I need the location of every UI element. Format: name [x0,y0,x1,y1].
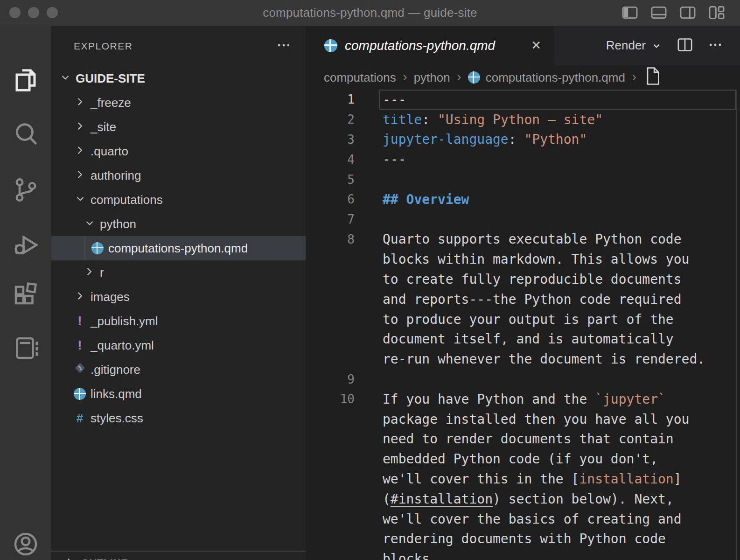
tree-item-label: computations [91,193,163,207]
code-line-text: (#installation) section below). Next, [355,491,740,507]
toggle-panel-icon[interactable] [649,3,668,22]
search-icon[interactable] [12,120,40,148]
tab-computations-python[interactable]: computations-python.qmd ✕ [306,26,554,65]
breadcrumb-item[interactable]: python [414,70,450,85]
code-line[interactable]: package installed then you have all you [306,409,740,429]
explorer-more-actions-icon[interactable] [276,37,292,55]
explorer-sidebar: EXPLORER GUIDE-SITE_freeze_site.quartoau… [51,26,306,560]
files-icon[interactable] [12,66,40,94]
outline-section-header[interactable]: OUTLINE [51,551,306,560]
toggle-secondary-sidebar-icon[interactable] [678,3,697,22]
code-line[interactable]: 3jupyter-language: "Python" [306,130,740,150]
code-line[interactable]: (#installation) section below). Next, [306,489,740,509]
code-line[interactable]: to create fully reproducible documents [306,269,740,289]
tree-item--quarto[interactable]: .quarto [51,139,306,163]
tree-item-label: images [91,290,130,304]
close-tab-icon[interactable]: ✕ [529,38,543,53]
quarto-file-icon [91,242,104,254]
source-control-icon[interactable] [12,176,40,204]
tree-item-r[interactable]: r [51,260,306,285]
code-line[interactable]: we'll cover the basics of creating and [306,509,740,529]
tree-item-label: authoring [91,168,141,183]
render-button[interactable]: Render [606,38,663,53]
tree-item--publish-yml[interactable]: !_publish.yml [51,309,306,333]
tree-item--freeze[interactable]: _freeze [51,91,306,115]
minimize-window-button[interactable] [28,7,39,18]
code-line[interactable]: blocks. [306,549,740,560]
chevron-right-icon [74,119,86,135]
tree-item-links-qmd[interactable]: links.qmd [51,382,306,406]
tree-item--site[interactable]: _site [51,115,306,139]
indent-guide [84,236,85,260]
customize-layout-icon[interactable] [707,3,726,22]
code-line[interactable]: blocks within markdown. This allows you [306,249,740,269]
code-line[interactable]: and reports---the Python code required [306,289,740,309]
line-number: 5 [306,173,355,187]
account-icon[interactable] [12,530,40,558]
chevron-right-icon [74,95,86,111]
traffic-lights [9,7,58,18]
tree-item-label: _freeze [91,96,131,110]
breadcrumb-label: computations [324,70,396,85]
tree-item--gitignore[interactable]: .gitignore [51,357,306,382]
toggle-primary-sidebar-icon[interactable] [621,3,639,22]
code-line[interactable]: to produce your output is part of the [306,309,740,329]
code-line[interactable]: re-run whenever the document is rendered… [306,349,740,369]
breadcrumb-label: computations-python.qmd [486,70,625,85]
code-line[interactable]: need to render documents that contain [306,429,740,449]
code-line-text: --- [355,152,740,167]
notebook-icon[interactable] [12,334,40,362]
css-file-icon: # [77,412,83,424]
breadcrumb-item[interactable] [643,66,652,90]
code-line-text: Quarto supports executable Python code [355,231,740,247]
yaml-file-icon: ! [77,315,82,328]
line-number: 1 [306,92,355,106]
code-line[interactable]: 10If you have Python and the `jupyter` [306,389,740,409]
code-line[interactable]: 8Quarto supports executable Python code [306,230,740,250]
debug-icon[interactable] [12,231,40,259]
code-line[interactable]: 5 [306,169,740,189]
code-line[interactable]: embedded Python code (if you don't, [306,449,740,469]
breadcrumb-item[interactable]: computations-python.qmd [468,70,625,85]
code-line[interactable]: we'll cover this in the [installation] [306,469,740,489]
code-line[interactable]: 4--- [306,149,740,169]
tree-item-label: .gitignore [91,363,140,377]
code-line[interactable]: 7 [306,210,740,230]
line-number: 7 [306,212,355,226]
breadcrumb-item[interactable]: computations [324,70,396,85]
line-number: 6 [306,192,355,206]
tree-item-computations[interactable]: computations [51,188,306,212]
yaml-file-icon: ! [77,339,82,352]
code-line[interactable]: 1--- [306,90,740,110]
code-line-text: and reports---the Python code required [355,292,740,307]
code-line-text: --- [355,92,740,107]
breadcrumb-separator-icon: › [632,70,636,85]
tree-item-computations-python-qmd[interactable]: computations-python.qmd [51,236,306,260]
extensions-icon[interactable] [12,281,40,309]
tree-item--quarto-yml[interactable]: !_quarto.yml [51,333,306,357]
tree-item-python[interactable]: python [51,212,306,236]
close-window-button[interactable] [9,7,21,18]
code-line-text: package installed then you have all you [355,412,740,427]
tree-item-styles-css[interactable]: #styles.css [51,406,306,430]
code-line[interactable]: 6## Overview [306,189,740,210]
editor-more-actions-icon[interactable] [707,37,723,55]
tree-item-images[interactable]: images [51,285,306,309]
code-line[interactable]: document itself, and is automatically [306,329,740,350]
scrollbar[interactable] [736,90,737,560]
tree-item-guide-site[interactable]: GUIDE-SITE [51,66,306,91]
code-line[interactable]: 9 [306,369,740,389]
chevron-right-icon [74,168,86,183]
split-editor-icon[interactable] [676,35,694,56]
tree-item-authoring[interactable]: authoring [51,163,306,188]
chevron-right-icon [83,265,95,280]
breadcrumb-label: python [414,70,450,85]
file-tree: GUIDE-SITE_freeze_site.quartoauthoringco… [51,66,306,430]
zoom-window-button[interactable] [47,7,58,18]
tree-item-label: GUIDE-SITE [76,71,145,86]
chevron-down-icon [74,192,86,208]
titlebar: computations-python.qmd — guide-site [0,0,740,26]
code-line[interactable]: 2title: "Using Python — site" [306,110,740,130]
code-line-text: to produce your output is part of the [355,312,740,327]
code-line[interactable]: rendering documents with Python code [306,529,740,549]
